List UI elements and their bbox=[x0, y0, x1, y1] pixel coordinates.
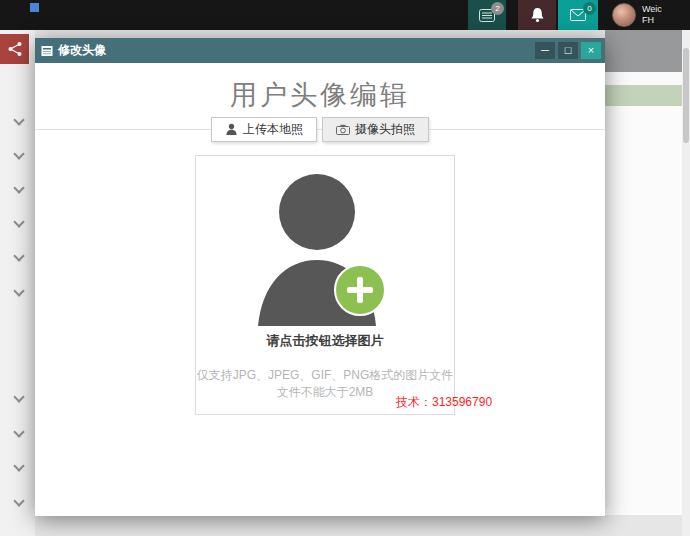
dialog-heading: 用户头像编辑 bbox=[35, 77, 605, 113]
user-name-line2: FH bbox=[642, 15, 662, 26]
close-button[interactable]: × bbox=[581, 42, 601, 59]
tab-camera-label: 摄像头拍照 bbox=[355, 121, 415, 138]
table-row-selected bbox=[605, 85, 682, 106]
upload-prompt: 请点击按钮选择图片 bbox=[196, 332, 454, 350]
user-name-line1: Weic bbox=[642, 4, 662, 15]
user-avatar[interactable] bbox=[612, 3, 636, 27]
support-note: 技术：313596790 bbox=[396, 394, 492, 411]
camera-icon bbox=[336, 124, 350, 135]
messages-button[interactable]: 0 bbox=[558, 0, 598, 30]
person-icon bbox=[225, 123, 238, 136]
maximize-button[interactable]: □ bbox=[558, 42, 578, 59]
dialog-titlebar[interactable]: 修改头像 ─ □ × bbox=[35, 38, 605, 63]
screen: 2 0 Weic FH bbox=[0, 0, 690, 536]
notifications-button[interactable] bbox=[518, 0, 556, 30]
format-hint: 仅支持JPG、JPEG、GIF、PNG格式的图片文件 bbox=[196, 367, 454, 384]
dialog-icon bbox=[41, 45, 53, 57]
upload-dropzone[interactable]: 请点击按钮选择图片 仅支持JPG、JPEG、GIF、PNG格式的图片文件 文件不… bbox=[195, 155, 455, 415]
sidebar-share-button[interactable] bbox=[0, 34, 29, 64]
avatar-dialog: 修改头像 ─ □ × 用户头像编辑 上传本地照 bbox=[35, 38, 605, 516]
background-panel-body bbox=[605, 106, 682, 515]
menu-count-badge: 2 bbox=[491, 2, 504, 15]
scrollbar-thumb[interactable] bbox=[683, 48, 689, 143]
apps-menu-button[interactable]: 2 bbox=[468, 0, 506, 30]
mail-count-badge: 0 bbox=[583, 2, 596, 15]
scrollbar[interactable] bbox=[682, 30, 690, 536]
dialog-body: 用户头像编辑 上传本地照 摄像头拍照 bbox=[35, 63, 605, 516]
share-icon bbox=[7, 41, 23, 57]
dialog-title: 修改头像 bbox=[58, 42, 106, 59]
tab-bar: 上传本地照 摄像头拍照 bbox=[35, 117, 605, 142]
background-toolbar bbox=[605, 30, 682, 72]
background-panel-top bbox=[605, 72, 682, 85]
tab-upload-local[interactable]: 上传本地照 bbox=[211, 117, 317, 142]
bell-icon bbox=[530, 7, 545, 23]
minimize-button[interactable]: ─ bbox=[535, 42, 555, 59]
add-photo-button[interactable] bbox=[334, 264, 386, 316]
top-header: 2 0 Weic FH bbox=[0, 0, 690, 30]
tab-upload-local-label: 上传本地照 bbox=[243, 121, 303, 138]
tab-camera[interactable]: 摄像头拍照 bbox=[322, 117, 429, 142]
background-content-panel bbox=[605, 30, 682, 536]
user-name: Weic FH bbox=[642, 4, 662, 26]
app-icon bbox=[30, 3, 39, 12]
